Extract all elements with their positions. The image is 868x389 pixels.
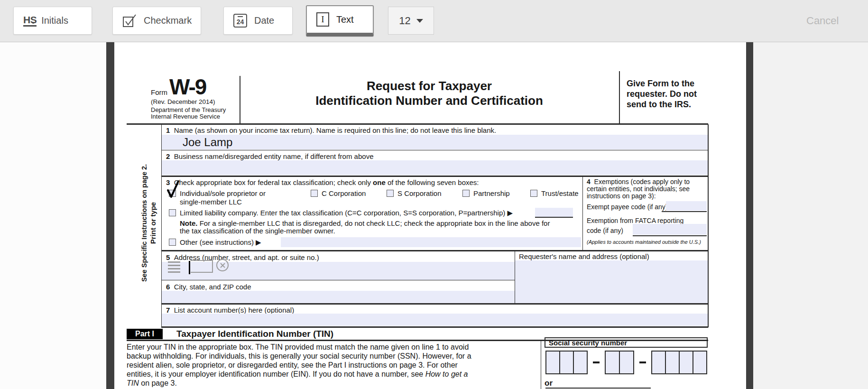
text-cursor-caret	[189, 261, 190, 274]
line6-label: 6 City, state, and ZIP code	[166, 283, 251, 291]
form-department: Department of the Treasury	[151, 106, 226, 113]
font-size-value: 12	[399, 15, 410, 27]
ssn-cell[interactable]	[605, 351, 620, 374]
ssn-dash	[639, 361, 646, 363]
ssn-cell[interactable]	[573, 351, 588, 374]
give-form-line2: requester. Do not	[627, 89, 697, 99]
checkbox-trust-estate-label: Trust/estate	[541, 189, 579, 197]
checkbox-llc[interactable]	[169, 209, 176, 216]
exempt-payee-label: Exempt payee code (if any)	[587, 203, 667, 211]
line2-label: 2 Business name/disregarded entity name,…	[166, 152, 373, 160]
llc-classification-input[interactable]	[535, 208, 573, 218]
row5-bottom-rule	[161, 280, 515, 280]
form-number: W-9	[169, 74, 206, 100]
exempt-payee-input[interactable]	[666, 201, 707, 211]
line4-label2: certain entities, not individuals; see	[587, 185, 690, 193]
viewer-left-margin	[0, 42, 106, 389]
account-numbers-input-field[interactable]	[162, 314, 708, 326]
part1-para-line2: backup withholding. For individuals, thi…	[127, 352, 471, 361]
line3-label: 3 Check appropriate box for federal tax …	[166, 178, 479, 186]
text-icon-glyph: I	[321, 14, 324, 25]
ssn-label-box: Social security number	[545, 337, 708, 348]
cancel-button[interactable]: Cancel	[806, 15, 839, 27]
applies-note: (Applies to accounts maintained outside …	[587, 239, 701, 245]
ssn-label: Social security number	[545, 339, 627, 347]
ssn-cell[interactable]	[665, 351, 680, 374]
ssn-divider	[541, 340, 541, 389]
text-widget-drag-handle[interactable]	[168, 261, 180, 273]
initials-icon-text: HS	[23, 15, 37, 27]
give-form-note: Give Form to the requester. Do not send …	[627, 78, 697, 110]
llc-note-line2: the tax classification of the single-mem…	[180, 227, 335, 235]
row6-bottom-rule	[161, 303, 708, 305]
initials-tool-button[interactable]: HS Initials	[13, 7, 92, 35]
calendar-icon-number: 24	[237, 18, 244, 26]
part1-para-line3: resident alien, sole proprietor, or disr…	[127, 361, 471, 370]
ssn-group1	[545, 351, 588, 374]
date-tool-button[interactable]: 24 Date	[223, 7, 293, 35]
row1-bottom-rule	[161, 150, 708, 150]
llc-label: Limited liability company. Enter the tax…	[180, 209, 513, 217]
name-input-field[interactable]	[162, 135, 708, 149]
requester-input-field[interactable]	[515, 260, 708, 303]
ssn-group2	[605, 351, 634, 374]
checkbox-c-corporation-label: C Corporation	[322, 189, 366, 197]
text-tool-button-active[interactable]: I Text	[306, 5, 374, 37]
sidebar-print-or-type: Print or type	[149, 202, 157, 244]
line6-number: 6	[166, 283, 170, 291]
ssn-cell[interactable]	[651, 351, 666, 374]
line5-label: 5 Address (number, street, and apt. or s…	[166, 253, 319, 261]
exempt-payee-underline	[662, 211, 707, 212]
or-label: or	[545, 379, 553, 388]
date-button-label: Date	[254, 15, 274, 26]
ssn-cell[interactable]	[559, 351, 574, 374]
line4-label3: instructions on page 3):	[587, 192, 656, 200]
form-revision: (Rev. December 2014)	[151, 98, 215, 105]
checkmark-icon	[122, 14, 137, 28]
text-widget-delete-button[interactable]	[216, 259, 229, 271]
checkbox-s-corporation-label: S Corporation	[397, 189, 442, 197]
line7-number: 7	[166, 306, 170, 314]
ssn-cell[interactable]	[545, 351, 560, 374]
checkmark-button-label: Checkmark	[144, 15, 192, 26]
text-widget-input-box[interactable]	[191, 260, 213, 273]
checkbox-individual-label: Individual/sole proprietor or	[180, 189, 266, 197]
ssn-cell[interactable]	[693, 351, 707, 374]
row7-bottom-rule	[161, 326, 708, 328]
line5-number: 5	[166, 253, 170, 261]
initials-icon: HS	[23, 15, 34, 27]
checkbox-s-corporation[interactable]	[387, 190, 394, 197]
row2-bottom-rule	[161, 176, 708, 177]
fatca-code-input[interactable]	[633, 224, 707, 235]
checkbox-partnership[interactable]	[462, 190, 470, 197]
other-input-field[interactable]	[281, 237, 581, 247]
line4-label1: 4 Exemptions (codes apply only to	[587, 178, 690, 185]
part1-para-line1: Enter your TIN in the appropriate box. T…	[127, 343, 471, 352]
ssn-dash	[593, 361, 600, 363]
text-button-label: Text	[336, 14, 354, 25]
give-form-line1: Give Form to the	[627, 78, 697, 89]
fatca-label1: Exemption from FATCA reporting	[587, 217, 683, 224]
toolbar: HS Initials Checkmark 24 Date I	[0, 0, 868, 42]
other-label: Other (see instructions) ▶	[180, 238, 261, 247]
checkmark-tool-button[interactable]: Checkmark	[112, 7, 201, 35]
app-window: HS Initials Checkmark 24 Date I	[0, 0, 868, 389]
viewer-right-margin	[753, 42, 868, 389]
name-field-value[interactable]: Joe Lamp	[183, 136, 232, 149]
business-name-input-field[interactable]	[162, 160, 708, 175]
font-size-dropdown[interactable]: 12	[388, 7, 434, 35]
form-service: Internal Revenue Service	[151, 113, 220, 120]
city-state-zip-input-field[interactable]	[162, 291, 515, 303]
address-input-field[interactable]	[162, 262, 515, 280]
checkmark-annotation	[165, 180, 181, 199]
checkbox-c-corporation[interactable]	[311, 190, 318, 197]
checkbox-trust-estate[interactable]	[530, 190, 537, 197]
llc-note-line1: Note. For a single-member LLC that is di…	[180, 219, 550, 227]
ssn-cell[interactable]	[679, 351, 693, 374]
form-title-line1: Request for Taxpayer	[240, 79, 619, 93]
checkbox-other[interactable]	[169, 239, 176, 246]
page-right-edge-bar	[746, 42, 753, 389]
ssn-cell[interactable]	[619, 351, 634, 374]
fatca-underline	[633, 235, 707, 236]
part1-paragraph: Enter your TIN in the appropriate box. T…	[127, 343, 471, 388]
